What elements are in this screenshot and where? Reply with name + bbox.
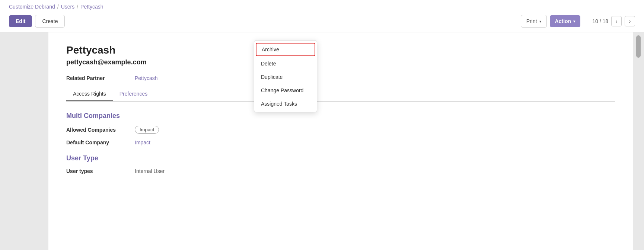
action-caret-icon: ▾ [573,19,575,23]
tabs-row: Access Rights Preferences [66,87,615,102]
allowed-companies-badge[interactable]: Impact [135,126,159,134]
user-email: pettycash@example.com [66,58,615,66]
dropdown-item-archive[interactable]: Archive [256,43,315,56]
user-types-label: User types [66,168,126,174]
user-name: Pettycash [66,44,615,56]
tab-access-rights[interactable]: Access Rights [66,87,113,101]
print-label: Print [526,18,537,24]
user-types-value: Internal User [135,168,165,174]
breadcrumb-sep-1: / [57,4,59,10]
scrollbar-thumb[interactable] [636,35,641,58]
action-dropdown: Archive Delete Duplicate Change Password… [254,40,317,112]
dropdown-item-duplicate[interactable]: Duplicate [254,70,317,84]
print-caret-icon: ▾ [539,19,541,23]
edit-button[interactable]: Edit [9,15,32,27]
breadcrumb-users[interactable]: Users [61,4,75,10]
user-type-title: User Type [66,154,615,162]
pagination: 10 / 18 ‹ › [592,16,635,26]
app-window: Customize Debrand / Users / Pettycash Ed… [0,0,644,250]
dropdown-item-assigned-tasks[interactable]: Assigned Tasks [254,97,317,110]
top-bar: Customize Debrand / Users / Pettycash Ed… [0,0,644,32]
next-page-button[interactable]: › [625,16,635,26]
prev-page-button[interactable]: ‹ [611,16,622,26]
breadcrumb: Customize Debrand / Users / Pettycash [9,0,635,12]
breadcrumb-sep-2: / [77,4,78,10]
breadcrumb-current: Pettycash [80,4,103,10]
pagination-text: 10 / 18 [592,18,608,24]
related-partner-row: Related Partner Pettycash [66,75,615,81]
default-company-label: Default Company [66,140,126,145]
action-label: Action [555,18,571,24]
dropdown-item-delete[interactable]: Delete [254,57,317,70]
tab-preferences[interactable]: Preferences [113,87,154,101]
right-sidebar [633,32,644,250]
create-button[interactable]: Create [35,15,65,28]
toolbar: Edit Create Print ▾ Action ▾ 10 / 18 ‹ › [9,12,635,32]
print-button[interactable]: Print ▾ [521,15,547,28]
multi-companies-title: Multi Companies [66,112,615,120]
action-button[interactable]: Action ▾ [550,15,581,27]
default-company-value[interactable]: Impact [135,140,150,145]
default-company-row: Default Company Impact [66,140,615,145]
allowed-companies-row: Allowed Companies Impact [66,126,615,134]
related-partner-value[interactable]: Pettycash [135,75,157,81]
main-content: Pettycash pettycash@example.com Related … [0,32,644,250]
left-sidebar [0,32,48,250]
related-partner-label: Related Partner [66,75,126,81]
user-types-row: User types Internal User [66,168,615,174]
allowed-companies-label: Allowed Companies [66,127,126,133]
dropdown-item-change-password[interactable]: Change Password [254,84,317,97]
breadcrumb-customize[interactable]: Customize Debrand [9,4,55,10]
content-area: Pettycash pettycash@example.com Related … [48,32,633,250]
